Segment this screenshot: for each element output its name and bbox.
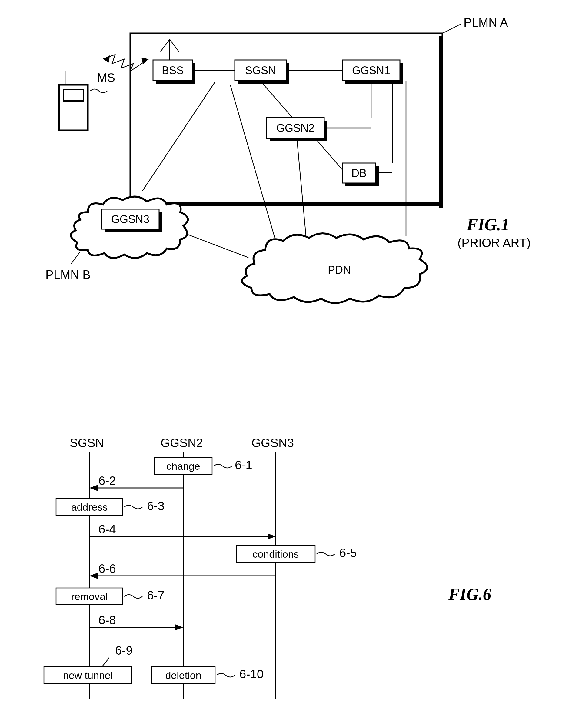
svg-marker-32 (175, 624, 183, 630)
num-6-3: 6-3 (147, 499, 164, 513)
bss-node: BSS (153, 60, 195, 84)
ggsn1-node: GGSN1 (342, 60, 403, 84)
plmn-a-leader (442, 24, 460, 33)
svg-line-5 (170, 40, 179, 52)
db-node: DB (342, 163, 379, 186)
svg-rect-1 (439, 36, 443, 208)
leader-6-5 (317, 552, 335, 556)
fig6-header-ggsn3: GGSN3 (252, 436, 294, 449)
antenna-icon (161, 40, 179, 60)
svg-text:GGSN1: GGSN1 (352, 64, 390, 77)
link-sgsn-ggsn2 (261, 81, 292, 118)
svg-marker-31 (89, 573, 98, 579)
step-address: address (71, 501, 108, 513)
leader-6-7 (124, 595, 142, 598)
step-deletion: deletion (165, 670, 201, 681)
ms-label: MS (97, 71, 115, 84)
link-sgsn-ggsn3 (142, 82, 215, 191)
num-6-6: 6-6 (99, 562, 116, 575)
num-6-10: 6-10 (239, 667, 264, 681)
step-conditions: conditions (253, 548, 299, 560)
svg-marker-7 (141, 58, 149, 64)
svg-text:DB: DB (351, 167, 367, 179)
svg-rect-10 (63, 89, 83, 101)
plmn-b-label: PLMN B (46, 268, 90, 281)
ggsn3-node: GGSN3 (102, 209, 162, 232)
svg-text:BSS: BSS (162, 64, 184, 77)
link-sgsn-pdn (230, 85, 276, 241)
leader-6-9 (102, 658, 109, 666)
step-removal: removal (71, 591, 108, 602)
leader-6-3 (124, 505, 142, 509)
fig6-title: FIG.6 (448, 585, 492, 604)
svg-text:GGSN3: GGSN3 (111, 213, 149, 226)
num-6-5: 6-5 (339, 546, 357, 560)
plmn-b-leader (71, 252, 80, 264)
num-6-2: 6-2 (99, 474, 116, 487)
fig6-header-sgsn: SGSN (70, 436, 104, 449)
svg-line-4 (161, 40, 170, 52)
fig1-title: FIG.1 (466, 215, 509, 234)
pdn-label: PDN (328, 264, 351, 276)
radio-arrow-icon (103, 55, 149, 71)
step-newtunnel: new tunnel (63, 670, 113, 681)
num-6-4: 6-4 (99, 522, 116, 536)
leader-6-1 (214, 464, 232, 468)
plmn-a-label: PLMN A (464, 16, 508, 29)
svg-text:GGSN2: GGSN2 (276, 122, 315, 134)
step-change: change (166, 460, 200, 472)
num-6-1: 6-1 (235, 458, 253, 472)
fig1-subtitle: (PRIOR ART) (457, 236, 531, 250)
ms-leader (90, 89, 107, 93)
ggsn2-node: GGSN2 (267, 118, 327, 141)
num-6-9: 6-9 (115, 644, 133, 657)
fig6-header-ggsn2: GGSN2 (161, 436, 203, 449)
svg-text:SGSN: SGSN (245, 64, 276, 77)
num-6-8: 6-8 (99, 614, 116, 627)
num-6-7: 6-7 (147, 589, 164, 602)
svg-marker-29 (89, 485, 98, 491)
leader-6-10 (217, 673, 235, 677)
sgsn-node: SGSN (235, 60, 289, 84)
link-ggsn2-db (315, 138, 342, 170)
svg-marker-30 (267, 534, 276, 540)
svg-marker-6 (103, 55, 110, 63)
ms-icon (59, 71, 88, 130)
link-ggsn2-pdn (297, 139, 306, 236)
